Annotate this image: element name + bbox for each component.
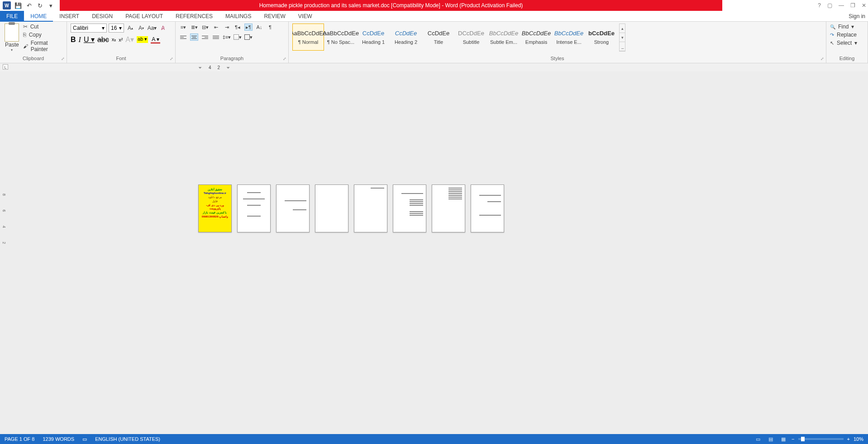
superscript-button[interactable]: x²	[119, 37, 123, 43]
change-case-button[interactable]: Aa▾	[148, 24, 157, 33]
restore-button[interactable]: ❐	[850, 2, 855, 9]
qat-customize[interactable]: ▾	[47, 2, 54, 9]
paragraph-launcher[interactable]: ⤢	[283, 57, 286, 61]
page-5[interactable]	[354, 184, 387, 232]
tab-design[interactable]: DESIGN	[86, 11, 119, 22]
subscript-button[interactable]: x₂	[112, 37, 116, 43]
style-item-emphasis[interactable]: BbCcDdEeEmphasis	[520, 24, 552, 51]
strikethrough-button[interactable]: abc	[97, 36, 109, 44]
style-item-heading-1[interactable]: CcDdEeHeading 1	[358, 24, 389, 51]
tab-page-layout[interactable]: PAGE LAYOUT	[119, 11, 169, 22]
italic-button[interactable]: I	[79, 36, 81, 44]
page-8[interactable]	[471, 184, 504, 232]
style-item-strong[interactable]: bCcDdEeStrong	[586, 24, 617, 51]
clipboard-launcher[interactable]: ⤢	[61, 57, 65, 61]
justify-button[interactable]	[212, 33, 220, 41]
align-left-button[interactable]	[179, 33, 187, 41]
indent-marker-icon[interactable]	[226, 65, 230, 70]
help-button[interactable]: ?	[818, 2, 821, 9]
style-item-heading-2[interactable]: CcDdEeHeading 2	[390, 24, 422, 51]
multilevel-button[interactable]: ⊟▾	[201, 24, 209, 31]
font-color-button[interactable]: A ▾	[151, 36, 160, 43]
underline-button[interactable]: U ▾	[84, 35, 95, 44]
minimize-button[interactable]: —	[839, 2, 844, 9]
page-3[interactable]	[276, 184, 310, 232]
close-button[interactable]: ✕	[862, 2, 866, 9]
horizontal-ruler[interactable]: L 4 2	[0, 63, 868, 71]
shrink-font-button[interactable]: A▾	[137, 24, 146, 33]
tab-mailings[interactable]: MAILINGS	[219, 11, 258, 22]
rtl-button[interactable]: ▸¶	[244, 24, 253, 31]
page-status[interactable]: PAGE 1 OF 8	[5, 436, 34, 442]
styles-more-button[interactable]: ▴▾⎯	[619, 24, 625, 52]
indent-marker-icon[interactable]	[198, 65, 202, 70]
numbering-button[interactable]: ≣▾	[190, 24, 198, 31]
style-item---no-spac---[interactable]: AaBbCcDdEe¶ No Spac...	[325, 24, 357, 51]
sign-in-link[interactable]: Sign in	[849, 13, 865, 19]
zoom-out-button[interactable]: −	[792, 436, 794, 442]
increase-indent-button[interactable]: ⇥	[223, 24, 231, 31]
web-layout-button[interactable]: ▦	[779, 435, 788, 443]
ribbon-display-button[interactable]: ▢	[827, 2, 832, 9]
tab-references[interactable]: REFERENCES	[169, 11, 219, 22]
style-preview: CcDdEe	[428, 30, 449, 37]
font-size-combo[interactable]: 16▾	[109, 24, 124, 33]
clear-formatting-button[interactable]: A̷	[158, 24, 167, 33]
tab-home[interactable]: HOME	[24, 11, 53, 22]
cut-button[interactable]: Cut	[23, 24, 63, 30]
tab-view[interactable]: VIEW	[292, 11, 319, 22]
show-marks-button[interactable]: ¶	[266, 24, 274, 31]
tab-review[interactable]: REVIEW	[258, 11, 291, 22]
find-button[interactable]: Find ▾	[830, 24, 864, 30]
undo-button[interactable]: ↶	[25, 2, 33, 9]
grow-font-button[interactable]: A▴	[126, 24, 135, 33]
page-4[interactable]	[315, 184, 348, 232]
borders-button[interactable]: ▾	[244, 33, 253, 41]
font-name-combo[interactable]: Calibri▾	[71, 24, 107, 33]
print-layout-button[interactable]: ▤	[766, 435, 775, 443]
styles-launcher[interactable]: ⤢	[820, 57, 824, 61]
paste-button[interactable]: Paste ▾	[4, 24, 20, 56]
line-spacing-button[interactable]: ‡≡▾	[223, 33, 231, 41]
text-effects-button[interactable]: A▾	[125, 35, 134, 44]
style-item-subtitle[interactable]: DCcDdEeSubtitle	[455, 24, 487, 51]
tab-selector[interactable]: L	[3, 64, 8, 70]
format-painter-button[interactable]: Format Painter	[23, 40, 63, 52]
tab-file[interactable]: FILE	[0, 11, 24, 22]
zoom-level[interactable]: 10%	[854, 436, 863, 442]
page-7[interactable]	[432, 184, 465, 232]
ltr-button[interactable]: ¶◂	[234, 24, 242, 31]
spelling-icon[interactable]	[82, 436, 87, 442]
align-center-button[interactable]	[190, 33, 198, 41]
select-button[interactable]: Select ▾	[830, 40, 864, 46]
vertical-ruler[interactable]: 8 6 4 2	[2, 194, 6, 250]
save-button[interactable]: 💾	[14, 2, 22, 9]
copy-button[interactable]: Copy	[23, 32, 63, 38]
sort-button[interactable]: A↓	[255, 24, 263, 31]
decrease-indent-button[interactable]: ⇤	[212, 24, 220, 31]
document-area[interactable]: 8 6 4 2 تحقیق آنلاین Tahghighonline.ir م…	[0, 71, 868, 434]
style-item-title[interactable]: CcDdEeTitle	[423, 24, 454, 51]
style-item---normal[interactable]: AaBbCcDdEe¶ Normal	[292, 24, 324, 51]
style-item-intense-e---[interactable]: BbCcDdEeIntense E...	[553, 24, 585, 51]
paste-dropdown-icon[interactable]: ▾	[11, 48, 13, 52]
read-mode-button[interactable]: ▭	[754, 435, 763, 443]
page-6[interactable]	[393, 184, 426, 232]
word-count[interactable]: 1239 WORDS	[43, 436, 74, 442]
bullets-button[interactable]: ≡▾	[179, 24, 187, 31]
tab-insert[interactable]: INSERT	[53, 11, 86, 22]
shading-icon	[234, 34, 239, 40]
replace-button[interactable]: Replace	[830, 32, 864, 38]
style-item-subtle-em---[interactable]: BbCcDdEeSubtle Em...	[488, 24, 520, 51]
zoom-slider[interactable]	[798, 438, 844, 440]
bold-button[interactable]: B	[71, 36, 76, 44]
page-2[interactable]	[237, 184, 271, 232]
page-1[interactable]: تحقیق آنلاین Tahghighonline.ir مرجع دانل…	[198, 184, 232, 232]
shading-button[interactable]: ▾	[234, 33, 242, 41]
language-status[interactable]: ENGLISH (UNITED STATES)	[95, 436, 160, 442]
font-launcher[interactable]: ⤢	[170, 57, 173, 61]
redo-button[interactable]: ↻	[36, 2, 43, 9]
align-right-button[interactable]	[201, 33, 209, 41]
zoom-in-button[interactable]: +	[847, 436, 850, 442]
highlight-button[interactable]: ab ▾	[137, 36, 148, 43]
